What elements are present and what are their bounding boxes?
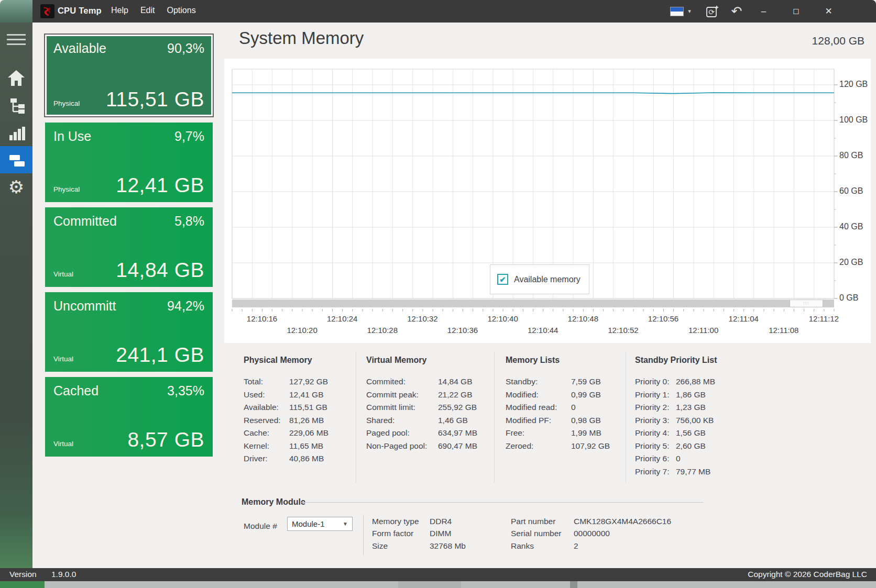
stat-row: Modified:0,99 GB <box>506 389 610 402</box>
app-logo-icon <box>40 4 54 18</box>
section-title-priority: Standby Priority List <box>635 356 717 365</box>
card-title: Committed <box>53 214 117 229</box>
stat-row: Priority 6:0 <box>635 452 715 465</box>
close-button[interactable]: ✕ <box>816 0 841 23</box>
chevron-down-icon: ▼ <box>343 521 348 527</box>
module-info-b: Part numberCMK128GX4M4A2666C16Serial num… <box>511 515 671 552</box>
menu-edit[interactable]: Edit <box>140 6 155 15</box>
module-select-value: Module-1 <box>292 519 325 528</box>
card-title: Cached <box>53 383 98 398</box>
version-label: Version <box>9 570 37 579</box>
sidebar-item-sensors[interactable] <box>0 92 32 119</box>
section-title-physical: Physical Memory <box>244 356 312 365</box>
stat-row: Zeroed:107,92 GB <box>506 440 610 453</box>
card-title: In Use <box>53 129 91 144</box>
stat-row: Priority 5:2,60 GB <box>635 440 715 453</box>
legend-label: Available memory <box>514 275 581 284</box>
check-update-icon[interactable]: ⟳ <box>703 0 721 23</box>
divider <box>301 502 704 503</box>
stat-row: Committ limit:255,92 GB <box>366 401 477 414</box>
card-percent: 90,3% <box>167 41 204 56</box>
module-select[interactable]: Module-1 ▼ <box>287 517 353 531</box>
menubar: Help Edit Options <box>111 6 196 15</box>
menu-options[interactable]: Options <box>167 6 195 15</box>
standby-priority-list: Priority 0:266,88 MBPriority 1:1,86 GBPr… <box>635 375 715 478</box>
card-percent: 5,8% <box>174 214 204 229</box>
stat-row: Committ peak:21,22 GB <box>366 389 477 402</box>
physical-memory-list: Total:127,92 GBUsed:12,41 GBAvailable:11… <box>244 375 328 465</box>
card-value: 8,57 GB <box>127 428 204 451</box>
module-row: Serial number00000000 <box>511 528 671 540</box>
stat-row: Shared:1,46 GB <box>366 414 477 427</box>
gear-icon: ⚙ <box>8 178 24 196</box>
stat-row: Commited:14,84 GB <box>366 375 477 389</box>
card-committed[interactable]: Committed5,8% Virtual14,84 GB <box>45 207 213 287</box>
memory-icon <box>6 149 27 170</box>
language-flag-icon[interactable] <box>670 0 684 23</box>
undo-icon[interactable]: ↶ <box>727 0 746 23</box>
stat-row: Driver:40,86 MB <box>244 452 328 465</box>
module-info-a: Memory typeDDR4Form factorDIMMSize32768 … <box>372 515 466 552</box>
language-caret-icon[interactable]: ▾ <box>685 0 694 23</box>
status-bar: Version 1.9.0.0 Copyright © 2026 CoderBa… <box>0 568 876 581</box>
stat-row: Used:12,41 GB <box>244 389 328 402</box>
sidebar-item-settings[interactable]: ⚙ <box>0 173 32 201</box>
maximize-button[interactable]: ☐ <box>784 0 808 23</box>
module-number-label: Module # <box>244 522 277 531</box>
chart-scrollbar[interactable]: ∶∶∶ <box>232 299 834 307</box>
stat-row: Paged pool:634,97 MB <box>366 427 477 440</box>
legend-checkbox[interactable]: ✔ <box>497 274 508 285</box>
sidebar-item-charts[interactable] <box>0 119 32 146</box>
stat-row: Non-Paged pool:690,47 MB <box>366 440 477 453</box>
sidebar: ⚙ <box>0 23 32 568</box>
card-title: Uncommitt <box>53 298 116 314</box>
stat-row: Cache:229,06 MB <box>244 427 328 440</box>
module-row: Size32768 Mb <box>372 540 466 552</box>
section-title-virtual: Virtual Memory <box>366 356 426 365</box>
divider <box>356 352 356 483</box>
menu-help[interactable]: Help <box>111 6 128 15</box>
sidebar-top-corner <box>0 0 32 23</box>
titlebar: CPU Temp Help Edit Options ▾ ⟳ ↶ – ☐ ✕ <box>32 0 876 23</box>
module-row: Part numberCMK128GX4M4A2666C16 <box>511 515 671 528</box>
memory-module-title: Memory Module <box>242 497 305 507</box>
card-scope: Virtual <box>53 440 73 451</box>
stat-row: Standby:7,59 GB <box>506 375 610 389</box>
stat-row: Priority 0:266,88 MB <box>635 375 715 389</box>
card-value: 115,51 GB <box>106 88 204 111</box>
version-value: 1.9.0.0 <box>51 570 76 579</box>
card-value: 241,1 GB <box>116 343 204 367</box>
card-cached[interactable]: Cached3,35% Virtual8,57 GB <box>45 377 213 457</box>
sidebar-item-memory[interactable] <box>0 146 32 173</box>
divider <box>363 515 364 556</box>
card-available[interactable]: Available90,3% Physical115,51 GB <box>44 34 214 117</box>
card-uncommitted[interactable]: Uncommitt94,2% Virtual241,1 GB <box>45 292 213 372</box>
stat-row: Kernel:11,65 MB <box>244 440 328 453</box>
copyright-text: Copyright © 2026 CoderBag LLC <box>748 570 867 579</box>
card-title: Available <box>53 41 106 56</box>
chart-scrollbar-thumb[interactable]: ∶∶∶ <box>790 299 823 307</box>
card-value: 14,84 GB <box>116 259 204 282</box>
minimize-button[interactable]: – <box>751 0 776 23</box>
card-value: 12,41 GB <box>116 174 204 197</box>
hamburger-menu-icon[interactable] <box>0 23 32 50</box>
memory-chart-panel: 120 GB100 GB80 GB60 GB40 GB20 GB0 GB 12:… <box>224 59 871 343</box>
bar-chart-icon <box>7 124 25 141</box>
sidebar-item-home[interactable] <box>0 64 32 92</box>
app-title: CPU Temp <box>58 6 102 16</box>
stat-row: Total:127,92 GB <box>244 375 328 389</box>
stat-row: Free:1,99 MB <box>506 427 610 440</box>
divider <box>494 352 495 483</box>
stat-row: Priority 4:1,56 GB <box>635 427 715 440</box>
stat-row: Priority 1:1,86 GB <box>635 389 715 402</box>
page-title: System Memory <box>239 28 364 48</box>
divider <box>626 352 626 483</box>
module-row: Form factorDIMM <box>372 528 466 540</box>
card-in-use[interactable]: In Use9,7% Physical12,41 GB <box>45 123 213 202</box>
card-scope: Physical <box>53 185 80 197</box>
stat-row: Priority 3:756,00 KB <box>635 414 715 427</box>
stat-row: Reserved:81,26 MB <box>244 414 328 427</box>
virtual-memory-list: Commited:14,84 GBCommitt peak:21,22 GBCo… <box>366 375 477 452</box>
card-percent: 9,7% <box>174 129 204 144</box>
card-scope: Virtual <box>53 270 73 282</box>
